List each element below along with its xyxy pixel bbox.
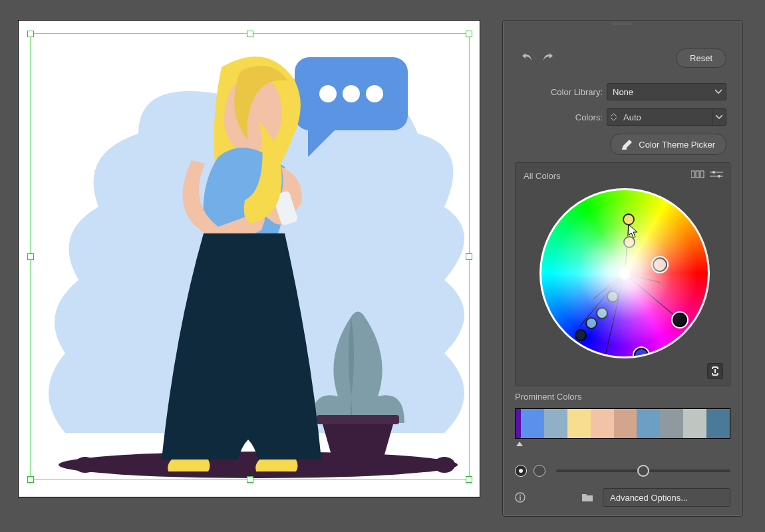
artboard[interactable] (18, 20, 480, 497)
swatch[interactable] (544, 409, 567, 438)
svg-rect-3 (317, 415, 399, 424)
swatch-mode-icon[interactable] (691, 170, 704, 179)
advanced-label: Advanced Options... (610, 493, 688, 503)
swatch[interactable] (591, 409, 614, 438)
svg-rect-10 (691, 171, 694, 178)
chevron-down-icon (715, 89, 722, 94)
info-icon[interactable] (515, 492, 526, 503)
saturation-row (515, 463, 730, 479)
swatch[interactable] (706, 409, 730, 438)
recolor-panel: Reset Color Library: None Colors: Auto (502, 20, 743, 517)
swatch[interactable] (637, 409, 660, 438)
colors-input[interactable]: Auto (607, 108, 726, 126)
color-theme-picker-button[interactable]: Color Theme Picker (610, 134, 726, 155)
undo-icon[interactable] (519, 49, 536, 66)
saturation-slider[interactable] (556, 469, 730, 472)
wheel-node[interactable] (607, 291, 619, 303)
chevron-down-icon[interactable] (712, 109, 726, 125)
radio-option-b[interactable] (534, 465, 545, 477)
color-library-value: None (613, 87, 633, 97)
wheel-node[interactable] (634, 348, 649, 358)
prominent-swatches[interactable] (515, 408, 730, 439)
panel-gripper[interactable] (613, 23, 633, 25)
spin-buttons[interactable] (607, 113, 619, 121)
slider-knob[interactable] (637, 465, 649, 477)
wheel-node[interactable] (653, 257, 667, 272)
sliders-mode-icon[interactable] (710, 170, 723, 179)
wheel-node[interactable] (585, 317, 597, 329)
colors-label: Colors: (503, 112, 607, 122)
wheel-node[interactable] (673, 313, 687, 327)
svg-rect-11 (696, 171, 699, 178)
color-library-select[interactable]: None (607, 83, 726, 100)
svg-rect-12 (700, 171, 704, 178)
wheel-node[interactable] (623, 236, 635, 248)
picker-label: Color Theme Picker (639, 140, 715, 150)
svg-point-16 (718, 175, 720, 178)
svg-point-5 (319, 85, 337, 102)
all-colors-label: All Colors (524, 171, 561, 181)
wheel-node[interactable] (623, 213, 635, 225)
color-wheel-box: All Colors (515, 162, 730, 386)
wheel-node[interactable] (596, 307, 608, 319)
swatch-marker-icon[interactable] (516, 442, 523, 446)
radio-option-a[interactable] (515, 465, 527, 477)
illustration (19, 21, 480, 497)
advanced-options-button[interactable]: Advanced Options... (603, 488, 730, 507)
color-wheel[interactable] (539, 188, 710, 358)
wheel-node[interactable] (575, 329, 587, 341)
swatch[interactable] (683, 409, 706, 438)
svg-point-18 (520, 495, 521, 496)
reset-label: Reset (690, 53, 712, 63)
svg-rect-19 (520, 497, 521, 501)
eyedropper-icon (621, 138, 633, 150)
swatch[interactable] (521, 409, 544, 438)
prominent-colors-box: Prominent Colors (515, 392, 730, 446)
svg-point-6 (343, 85, 360, 102)
colors-value: Auto (619, 112, 641, 122)
wheel-node[interactable] (618, 267, 631, 280)
color-library-label: Color Library: (503, 87, 607, 97)
reset-button[interactable]: Reset (676, 49, 726, 68)
swatch[interactable] (614, 409, 637, 438)
redo-icon[interactable] (539, 49, 556, 66)
svg-point-15 (712, 171, 715, 174)
prominent-label: Prominent Colors (515, 392, 730, 402)
link-icon[interactable] (707, 363, 723, 379)
swatch[interactable] (516, 409, 521, 438)
swatch[interactable] (567, 409, 591, 438)
swatch[interactable] (660, 409, 683, 438)
svg-point-1 (75, 457, 96, 473)
svg-point-2 (434, 457, 455, 473)
svg-point-7 (366, 85, 383, 102)
folder-icon[interactable] (581, 493, 593, 502)
svg-rect-9 (622, 148, 627, 150)
